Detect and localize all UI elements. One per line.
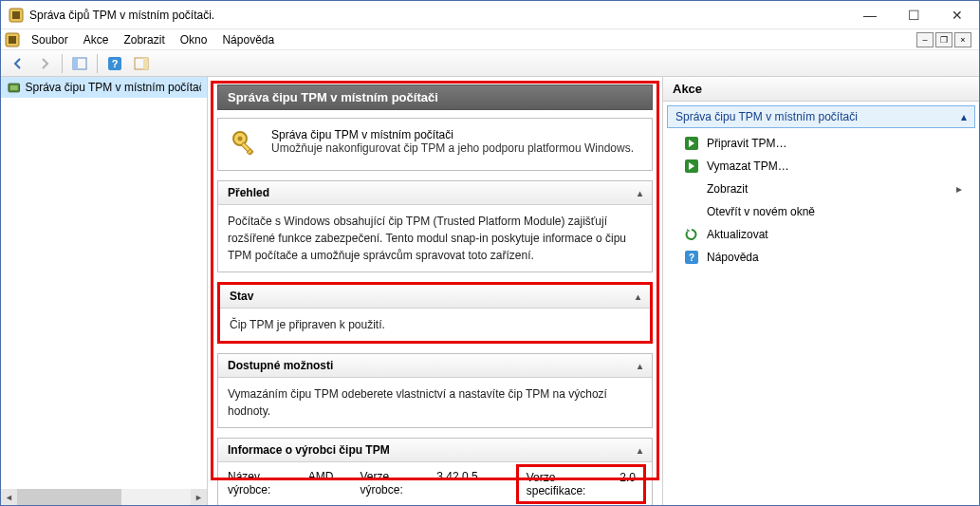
overview-header[interactable]: Přehled ▴ bbox=[218, 181, 652, 205]
action-refresh[interactable]: Aktualizovat bbox=[663, 223, 979, 246]
menu-file[interactable]: Soubor bbox=[24, 31, 76, 48]
help-button[interactable]: ? bbox=[103, 52, 126, 75]
collapse-icon: ▴ bbox=[636, 291, 640, 302]
mfr-name-value: AMD bbox=[308, 470, 334, 498]
status-body: Čip TPM je připraven k použití. bbox=[220, 309, 650, 341]
content-header: Správa čipu TPM v místním počítači bbox=[217, 84, 653, 110]
submenu-arrow-icon: ▸ bbox=[956, 182, 970, 196]
menu-help[interactable]: Nápověda bbox=[214, 31, 282, 48]
content-pane: Správa čipu TPM v místním počítači Správ… bbox=[208, 77, 662, 505]
svg-rect-11 bbox=[10, 85, 18, 90]
scroll-left-button[interactable]: ◄ bbox=[1, 489, 17, 505]
minimize-button[interactable]: — bbox=[848, 1, 892, 28]
tree-pane: Správa čipu TPM v místním počítači ◄ ► bbox=[1, 77, 208, 505]
options-section: Dostupné možnosti ▴ Vymazáním čipu TPM o… bbox=[217, 353, 653, 428]
tpm-tree-icon bbox=[7, 80, 21, 95]
action-prepare-label: Připravit TPM… bbox=[707, 137, 786, 150]
actions-group-label: Správa čipu TPM v místním počítači bbox=[675, 110, 858, 123]
actions-pane: Akce Správa čipu TPM v místním počítači … bbox=[662, 77, 979, 505]
close-button[interactable]: ✕ bbox=[935, 1, 979, 28]
scroll-track[interactable] bbox=[17, 489, 191, 505]
svg-rect-5 bbox=[73, 58, 78, 69]
tree-horizontal-scrollbar[interactable]: ◄ ► bbox=[1, 489, 207, 505]
menu-view[interactable]: Zobrazit bbox=[116, 31, 172, 48]
mfr-version-label: Verze výrobce: bbox=[360, 470, 431, 498]
svg-rect-3 bbox=[9, 36, 16, 44]
collapse-icon: ▴ bbox=[961, 110, 967, 123]
svg-rect-1 bbox=[12, 11, 20, 19]
toolbar: ? bbox=[1, 50, 979, 77]
svg-rect-9 bbox=[143, 58, 148, 69]
show-hide-tree-button[interactable] bbox=[68, 52, 91, 75]
blank-icon bbox=[684, 204, 699, 219]
scroll-right-button[interactable]: ► bbox=[191, 489, 207, 505]
manufacturer-section: Informace o výrobci čipu TPM ▴ Název výr… bbox=[217, 438, 653, 505]
blank-icon bbox=[684, 181, 699, 197]
arrow-right-green-icon bbox=[684, 136, 699, 151]
menu-action[interactable]: Akce bbox=[76, 31, 117, 48]
action-new-window[interactable]: Otevřít v novém okně bbox=[663, 200, 979, 223]
menubar: Soubor Akce Zobrazit Okno Nápověda – ❐ × bbox=[1, 29, 979, 50]
intro-title: Správa čipu TPM v místním počítači bbox=[271, 128, 634, 141]
workarea: Správa čipu TPM v místním počítači ◄ ► S… bbox=[1, 77, 979, 505]
collapse-icon: ▴ bbox=[638, 361, 642, 371]
action-clear-tpm[interactable]: Vymazat TPM… bbox=[663, 155, 979, 178]
mdi-restore-button[interactable]: ❐ bbox=[935, 32, 952, 47]
action-view-label: Zobrazit bbox=[707, 182, 748, 196]
options-body: Vymazáním čipu TPM odeberete vlastnictví… bbox=[218, 378, 652, 427]
refresh-icon bbox=[684, 227, 699, 242]
actions-pane-title: Akce bbox=[663, 77, 979, 102]
mfr-name-label: Název výrobce: bbox=[228, 470, 303, 498]
action-newwindow-label: Otevřít v novém okně bbox=[707, 205, 815, 218]
action-help[interactable]: ? Nápověda bbox=[663, 246, 979, 269]
titlebar: Správa čipů TPM v místním počítači. — ☐ … bbox=[1, 1, 979, 29]
forward-button[interactable] bbox=[33, 52, 56, 75]
spec-version-value: 2.0 bbox=[619, 471, 636, 497]
tree-root-item[interactable]: Správa čipu TPM v místním počítači bbox=[1, 77, 207, 98]
actions-group-header[interactable]: Správa čipu TPM v místním počítači ▴ bbox=[667, 105, 975, 128]
collapse-icon: ▴ bbox=[638, 445, 642, 456]
maximize-button[interactable]: ☐ bbox=[892, 1, 935, 28]
svg-text:?: ? bbox=[112, 58, 119, 69]
intro-panel: Správa čipu TPM v místním počítači Umožň… bbox=[217, 118, 653, 171]
mdi-close-button[interactable]: × bbox=[954, 32, 971, 47]
key-icon bbox=[230, 128, 260, 159]
action-help-label: Nápověda bbox=[707, 251, 759, 264]
action-view-submenu[interactable]: Zobrazit ▸ bbox=[663, 178, 979, 200]
overview-header-label: Přehled bbox=[228, 186, 269, 199]
scroll-thumb[interactable] bbox=[17, 489, 121, 505]
status-section: Stav ▴ Čip TPM je připraven k použití. bbox=[217, 282, 653, 344]
overview-body: Počítače s Windows obsahující čip TPM (T… bbox=[218, 205, 652, 272]
window-title: Správa čipů TPM v místním počítači. bbox=[29, 9, 848, 22]
svg-text:?: ? bbox=[689, 253, 694, 263]
help-icon: ? bbox=[684, 250, 699, 265]
spec-version-label: Verze specifikace: bbox=[527, 471, 615, 497]
action-prepare-tpm[interactable]: Připravit TPM… bbox=[663, 132, 979, 155]
svg-point-13 bbox=[238, 137, 243, 141]
mdi-minimize-button[interactable]: – bbox=[916, 32, 934, 47]
action-clear-label: Vymazat TPM… bbox=[707, 159, 789, 173]
collapse-icon: ▴ bbox=[638, 188, 642, 198]
show-hide-action-pane-button[interactable] bbox=[130, 52, 153, 75]
options-header[interactable]: Dostupné možnosti ▴ bbox=[218, 354, 652, 378]
annotation-highlight-spec: Verze specifikace: 2.0 bbox=[516, 464, 646, 504]
mmc-icon bbox=[5, 32, 20, 47]
intro-subtitle: Umožňuje nakonfigurovat čip TPM a jeho p… bbox=[271, 141, 634, 155]
menu-window[interactable]: Okno bbox=[173, 31, 215, 48]
tree-root-label: Správa čipu TPM v místním počítači bbox=[25, 81, 201, 94]
manufacturer-header-label: Informace o výrobci čipu TPM bbox=[228, 443, 390, 457]
options-header-label: Dostupné možnosti bbox=[228, 359, 333, 372]
manufacturer-body: Název výrobce: AMD Verze výrobce: 3.42.0… bbox=[218, 462, 652, 505]
overview-section: Přehled ▴ Počítače s Windows obsahující … bbox=[217, 180, 653, 272]
manufacturer-header[interactable]: Informace o výrobci čipu TPM ▴ bbox=[218, 439, 652, 462]
back-button[interactable] bbox=[7, 52, 29, 75]
status-header-label: Stav bbox=[230, 290, 253, 303]
app-icon bbox=[9, 8, 24, 23]
mfr-version-value: 3.42.0.5 bbox=[436, 470, 477, 498]
action-refresh-label: Aktualizovat bbox=[707, 228, 768, 241]
status-header[interactable]: Stav ▴ bbox=[220, 285, 650, 309]
arrow-right-green-icon bbox=[684, 159, 699, 174]
